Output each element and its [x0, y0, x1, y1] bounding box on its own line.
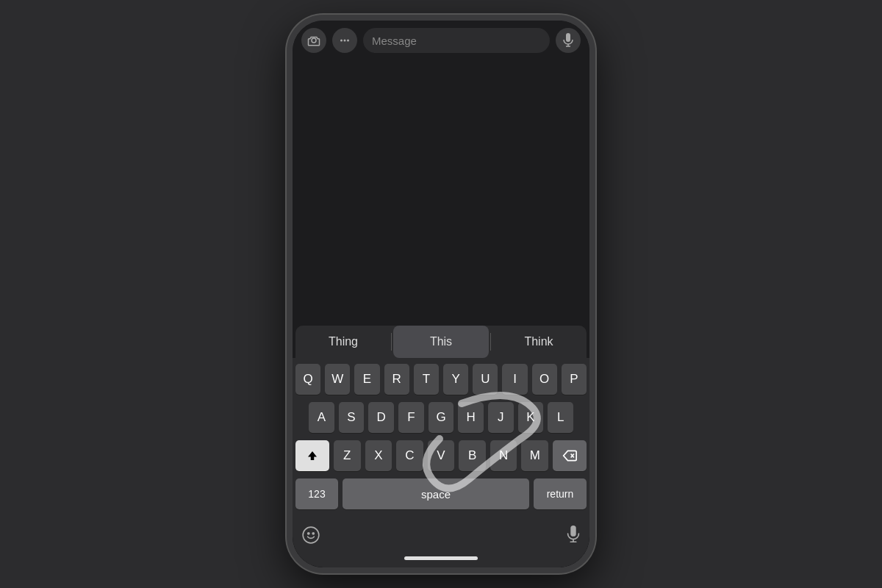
key-e[interactable]: E: [354, 364, 379, 395]
svg-point-2: [341, 40, 343, 41]
key-k[interactable]: K: [518, 402, 544, 433]
autocomplete-bar: Thing This Think: [295, 326, 587, 358]
svg-point-0: [312, 38, 316, 43]
key-r[interactable]: R: [384, 364, 409, 395]
key-backspace[interactable]: [553, 440, 587, 471]
key-d[interactable]: D: [368, 402, 394, 433]
autocomplete-think[interactable]: Think: [491, 326, 587, 358]
key-v[interactable]: V: [428, 440, 455, 471]
key-m[interactable]: M: [521, 440, 548, 471]
svg-point-11: [312, 533, 314, 534]
key-return[interactable]: return: [534, 478, 587, 509]
mic-button[interactable]: [566, 526, 581, 549]
key-f[interactable]: F: [398, 402, 424, 433]
svg-rect-4: [566, 33, 570, 42]
key-shift[interactable]: [295, 440, 329, 471]
key-numbers[interactable]: 123: [295, 478, 338, 509]
key-c[interactable]: C: [396, 440, 423, 471]
apps-icon[interactable]: [332, 28, 357, 53]
key-row-1: Q W E R T Y U I O P: [295, 364, 587, 395]
key-q[interactable]: Q: [295, 364, 320, 395]
phone-screen: Message Thing This: [293, 21, 589, 567]
emoji-button[interactable]: [301, 526, 320, 549]
key-x[interactable]: X: [365, 440, 392, 471]
key-h[interactable]: H: [458, 402, 484, 433]
key-t[interactable]: T: [414, 364, 439, 395]
svg-point-9: [303, 527, 319, 543]
key-row-3: Z X C V B N M: [295, 440, 587, 471]
camera-icon[interactable]: [301, 28, 326, 53]
svg-point-3: [348, 40, 349, 41]
key-a[interactable]: A: [309, 402, 334, 433]
key-space[interactable]: space: [343, 478, 529, 509]
key-u[interactable]: U: [473, 364, 498, 395]
message-placeholder: Message: [372, 35, 417, 47]
autocomplete-thing[interactable]: Thing: [295, 326, 391, 358]
key-row-2: A S D F G H J K L: [295, 402, 587, 433]
key-w[interactable]: W: [325, 364, 350, 395]
key-n[interactable]: N: [490, 440, 517, 471]
message-input[interactable]: Message: [363, 28, 550, 53]
key-z[interactable]: Z: [334, 440, 361, 471]
autocomplete-divider-1: [391, 333, 392, 351]
bottom-bar: [293, 520, 589, 552]
svg-point-1: [344, 40, 345, 41]
keyboard-container: Thing This Think Q W E R T: [293, 326, 589, 567]
svg-point-10: [308, 533, 309, 534]
key-j[interactable]: J: [488, 402, 514, 433]
autocomplete-this[interactable]: This: [393, 326, 489, 358]
key-l[interactable]: L: [548, 402, 573, 433]
key-p[interactable]: P: [562, 364, 587, 395]
key-row-4: 123 space return: [295, 478, 587, 509]
key-g[interactable]: G: [429, 402, 454, 433]
key-b[interactable]: B: [459, 440, 486, 471]
screen-content: [293, 59, 589, 326]
key-y[interactable]: Y: [443, 364, 468, 395]
keyboard-keys: Q W E R T Y U I O P A S D F G: [293, 358, 589, 520]
home-indicator-bar: [293, 552, 589, 567]
top-bar: Message: [293, 21, 589, 59]
key-i[interactable]: I: [502, 364, 527, 395]
mic-top-icon[interactable]: [556, 28, 581, 53]
key-o[interactable]: O: [532, 364, 557, 395]
key-s[interactable]: S: [339, 402, 365, 433]
phone-frame: Message Thing This: [287, 15, 595, 573]
svg-rect-12: [570, 526, 576, 537]
home-bar: [404, 556, 478, 560]
